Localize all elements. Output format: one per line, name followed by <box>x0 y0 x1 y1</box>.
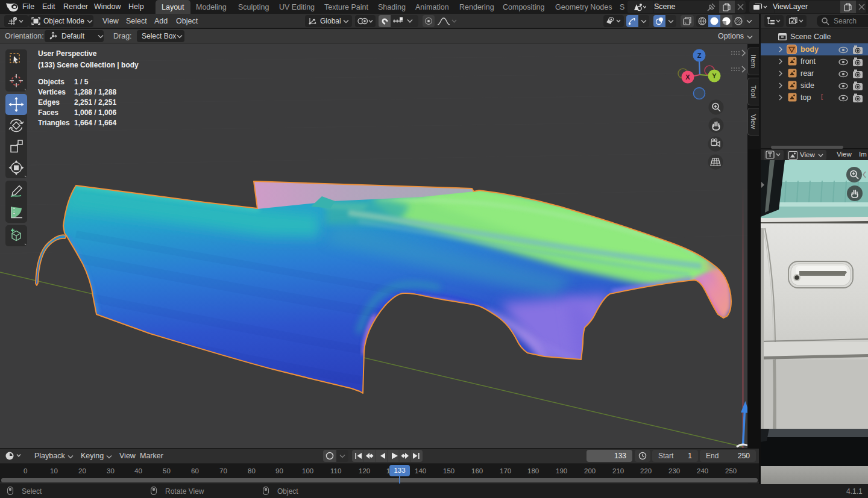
svg-text:2,251 / 2,251: 2,251 / 2,251 <box>74 98 116 107</box>
svg-text:Triangles: Triangles <box>38 119 70 127</box>
svg-text:Z: Z <box>697 52 702 59</box>
svg-text:(133) Scene Collection | body: (133) Scene Collection | body <box>38 61 139 69</box>
svg-text:Objects: Objects <box>38 78 64 86</box>
svg-text:Faces: Faces <box>38 108 58 117</box>
svg-text:1,288 / 1,288: 1,288 / 1,288 <box>74 88 116 96</box>
svg-text:Y: Y <box>712 72 717 79</box>
svg-text:Edges: Edges <box>38 98 60 107</box>
svg-text:User Perspective: User Perspective <box>38 49 97 58</box>
svg-text:X: X <box>685 73 690 81</box>
svg-text:1 / 5: 1 / 5 <box>74 78 89 86</box>
svg-text:Vertices: Vertices <box>38 88 66 96</box>
svg-text:1,664 / 1,664: 1,664 / 1,664 <box>74 119 116 127</box>
svg-text:1,006 / 1,006: 1,006 / 1,006 <box>74 108 116 117</box>
